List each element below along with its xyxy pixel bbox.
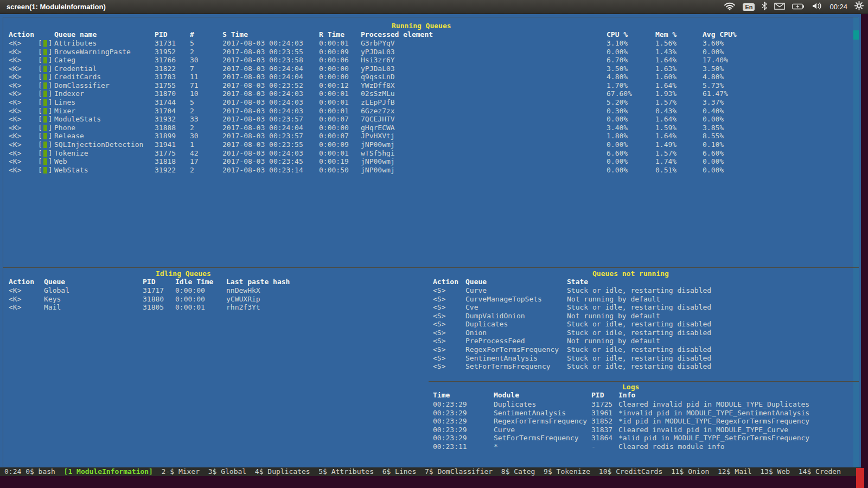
- cell-name: DomClassifier: [54, 81, 110, 90]
- queue-level-indicator: []: [38, 65, 53, 73]
- clock[interactable]: 00:24: [829, 3, 847, 11]
- cell-count: 5: [190, 98, 194, 107]
- table-row: 00:23:29Curve31837Cleared invalid pid in…: [0, 426, 852, 434]
- volume-icon[interactable]: [812, 2, 822, 12]
- table-row: 00:23:11*-Cleared redis module info: [0, 442, 852, 451]
- cell-queue: Duplicates: [465, 320, 508, 329]
- cell-count: 2: [190, 107, 194, 115]
- cell-name: BrowseWarningPaste: [54, 48, 131, 56]
- cell-action: <K>: [9, 39, 21, 48]
- cell-mem: 1.59%: [655, 124, 676, 132]
- level-bar: [43, 57, 47, 63]
- cell-state: Stuck or idle, restarting disabled: [567, 303, 711, 312]
- red-indicator: [856, 468, 864, 488]
- cell-pid: 31775: [155, 149, 176, 158]
- table-row: <K>[]ModuleStats31932332017-08-03 00:23:…: [0, 115, 852, 124]
- cell-action: <K>: [9, 166, 21, 175]
- cell-pid: 31744: [155, 98, 176, 107]
- cell-count: 11: [190, 73, 199, 81]
- screen-window-item: 10$ CreditCards: [599, 467, 662, 476]
- cell-pid: 31952: [155, 48, 176, 56]
- cell-pid: 31766: [155, 56, 176, 65]
- cell-queue: SetForTermsFrequency: [465, 362, 551, 371]
- cell-pid: 31852: [591, 417, 612, 426]
- running-queues-title: Running Queues: [392, 22, 451, 30]
- cell-count: 5: [190, 39, 194, 48]
- cell-processed: jNP00wmj: [361, 140, 395, 149]
- table-row: <K>[]Indexer31870102017-08-03 00:24:030:…: [0, 89, 852, 98]
- bluetooth-icon[interactable]: [762, 2, 767, 12]
- cell-action: <S>: [433, 295, 445, 304]
- screen-window-item: 7$ DomClassifier: [425, 467, 493, 476]
- table-row: <K>[]Mixer3170422017-08-03 00:24:030:00:…: [0, 107, 852, 115]
- cell-s_time: 2017-08-03 00:23:58: [222, 56, 303, 65]
- cell-avg_cpu: 3.37%: [703, 98, 724, 107]
- col-header-last-paste-hash: Last paste hash: [226, 278, 290, 286]
- cell-count: 2: [190, 166, 194, 175]
- cell-queue: RegexForTermsFrequency: [465, 345, 559, 354]
- cell-pid: -: [591, 442, 596, 451]
- queue-level-indicator: []: [38, 98, 53, 107]
- cell-processed: G3rbPYqV: [361, 39, 395, 48]
- mail-icon[interactable]: [774, 2, 785, 12]
- col-header-pid: PID: [591, 391, 604, 400]
- scrollbar-thumb[interactable]: [853, 30, 859, 40]
- col-header-cpu: CPU %: [607, 30, 628, 39]
- col-header-s-time: S Time: [222, 30, 248, 39]
- queue-level-indicator: []: [38, 157, 53, 166]
- cell-name: Credential: [54, 65, 97, 73]
- cell-state: Stuck or idle, restarting disabled: [567, 354, 711, 363]
- keyboard-layout-indicator[interactable]: En: [743, 3, 755, 11]
- cell-cpu: 3.10%: [607, 39, 628, 48]
- cell-avg_cpu: 6.60%: [703, 149, 724, 158]
- cell-avg_cpu: 0.00%: [703, 157, 724, 166]
- level-bar: [43, 133, 47, 139]
- screen-window-item: 6$ Lines: [382, 467, 417, 476]
- cell-time: 00:23:29: [433, 426, 467, 434]
- cell-action: <S>: [433, 345, 445, 354]
- battery-icon[interactable]: [792, 2, 805, 12]
- queue-level-indicator: []: [38, 39, 53, 48]
- cell-state: Stuck or idle, restarting disabled: [567, 286, 711, 295]
- screen-window-item: 11$ Onion: [671, 467, 709, 476]
- table-row: <K>[]Tokenize31775422017-08-03 00:24:030…: [0, 149, 852, 158]
- cell-r_time: 0:00:01: [319, 149, 349, 158]
- queue-level-indicator: []: [38, 132, 53, 140]
- cell-mem: 1.74%: [655, 157, 676, 166]
- cell-cpu: 1.80%: [607, 132, 628, 140]
- cell-mem: 1.56%: [655, 39, 676, 48]
- session-gear-icon[interactable]: [854, 1, 864, 12]
- cell-name: Tokenize: [54, 149, 88, 158]
- cell-s_time: 2017-08-03 00:23:55: [222, 140, 303, 149]
- cell-module: RegexForTermsFrequency: [494, 417, 587, 426]
- scrollbar-track[interactable]: [853, 17, 859, 467]
- cell-action: <K>: [9, 73, 21, 81]
- cell-pid: 31731: [155, 39, 176, 48]
- cell-s_time: 2017-08-03 00:24:04: [222, 73, 303, 81]
- wifi-icon[interactable]: [724, 2, 736, 12]
- col-header-state: State: [567, 278, 588, 286]
- cell-action: <K>: [9, 89, 21, 98]
- cell-action: <K>: [9, 56, 21, 65]
- cell-pid: 31783: [155, 73, 176, 81]
- table-row: <K>[]Phone3188822017-08-03 00:24:040:00:…: [0, 124, 852, 132]
- cell-mem: 1.64%: [655, 115, 676, 124]
- cell-processed: Hsi3zr6Y: [361, 56, 395, 65]
- cell-r_time: 0:00:00: [319, 73, 349, 81]
- cell-s_time: 2017-08-03 00:24:03: [222, 149, 303, 158]
- cell-s_time: 2017-08-03 00:24:03: [222, 107, 303, 115]
- desktop-background-strip: [861, 14, 868, 488]
- table-row: 00:23:29RegexForTermsFrequency31852*id p…: [0, 417, 852, 426]
- cell-avg_cpu: 17.40%: [703, 56, 728, 65]
- cell-mem: 0.51%: [655, 166, 676, 175]
- cell-name: Lines: [54, 98, 75, 107]
- col-header-action: Action: [9, 278, 34, 286]
- screen-window-item: 0:24 0$ bash: [4, 467, 55, 476]
- cell-avg_cpu: 8.55%: [703, 132, 724, 140]
- cell-pid: 31932: [155, 115, 176, 124]
- cell-action: <K>: [9, 48, 21, 56]
- screen-window-item: 4$ Duplicates: [255, 467, 310, 476]
- cell-mem: 1.43%: [655, 48, 676, 56]
- cell-avg_cpu: 0.40%: [703, 107, 724, 115]
- cell-avg_cpu: 4.80%: [703, 73, 724, 81]
